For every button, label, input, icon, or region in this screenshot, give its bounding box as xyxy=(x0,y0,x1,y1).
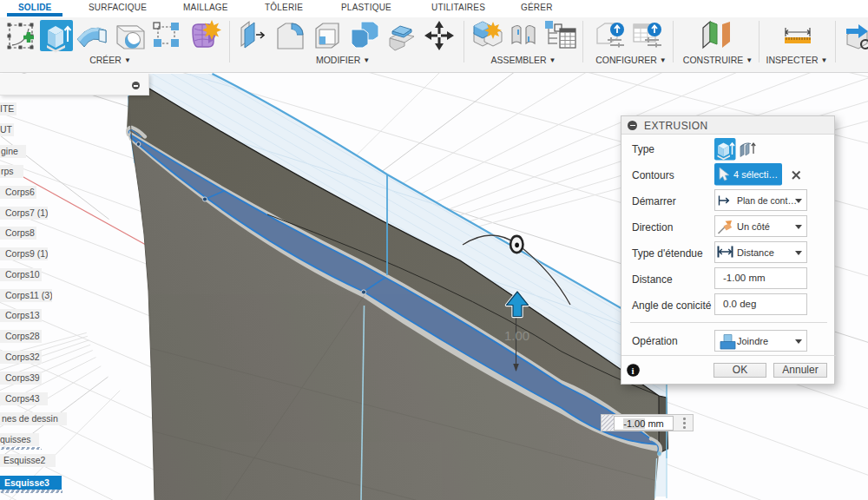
svg-text:i: i xyxy=(632,365,635,376)
svg-text:1.00: 1.00 xyxy=(504,328,529,343)
svg-text:4 sélecti…: 4 sélecti… xyxy=(733,169,778,180)
